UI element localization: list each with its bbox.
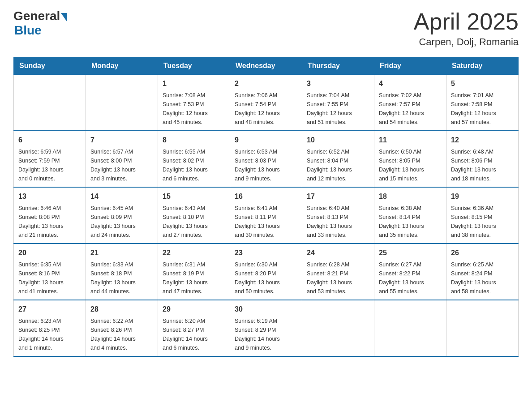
day-info-line: Sunset: 8:06 PM <box>451 156 514 165</box>
day-info-line: and 47 minutes. <box>163 287 225 296</box>
calendar-cell <box>14 75 86 131</box>
day-info-line: Sunrise: 6:30 AM <box>235 260 297 269</box>
day-info-line: and 15 minutes. <box>379 174 442 183</box>
day-number: 3 <box>307 78 369 89</box>
day-info-line: Sunrise: 7:08 AM <box>163 91 225 100</box>
calendar-table: SundayMondayTuesdayWednesdayThursdayFrid… <box>13 57 519 357</box>
day-info-line: Sunset: 8:03 PM <box>235 156 297 165</box>
day-info-line: Sunset: 8:20 PM <box>235 269 297 278</box>
day-info-line: Daylight: 13 hours <box>379 165 442 174</box>
day-info-line: Daylight: 12 hours <box>379 109 442 118</box>
day-info-line: Sunrise: 6:19 AM <box>235 317 297 325</box>
day-info-line: Sunrise: 6:53 AM <box>235 147 297 156</box>
day-number: 14 <box>90 191 153 202</box>
calendar-cell <box>302 300 374 356</box>
day-info-line: Daylight: 13 hours <box>451 222 514 231</box>
day-number: 12 <box>451 135 514 146</box>
day-of-week-header: Monday <box>86 57 158 75</box>
day-info-line: Sunrise: 6:55 AM <box>163 147 225 156</box>
day-info-line: Sunset: 8:18 PM <box>90 269 153 278</box>
day-info-line: Daylight: 13 hours <box>18 222 81 231</box>
day-info-line: Sunrise: 6:35 AM <box>18 260 81 269</box>
day-info-line: Sunrise: 6:46 AM <box>18 204 81 213</box>
day-info-line: Sunset: 8:14 PM <box>379 213 442 222</box>
calendar-cell: 8Sunrise: 6:55 AMSunset: 8:02 PMDaylight… <box>158 131 230 187</box>
day-info-line: Sunrise: 7:06 AM <box>235 91 297 100</box>
day-number: 23 <box>235 248 297 258</box>
day-of-week-header: Wednesday <box>230 57 302 75</box>
day-info-line: Sunrise: 6:59 AM <box>18 147 81 156</box>
calendar-cell: 18Sunrise: 6:38 AMSunset: 8:14 PMDayligh… <box>374 187 446 244</box>
calendar-week-row: 1Sunrise: 7:08 AMSunset: 7:53 PMDaylight… <box>14 75 519 131</box>
calendar-cell: 9Sunrise: 6:53 AMSunset: 8:03 PMDaylight… <box>230 131 302 187</box>
day-number: 17 <box>307 191 369 202</box>
day-info-line: Daylight: 12 hours <box>307 109 369 118</box>
day-info-line: Sunset: 8:15 PM <box>451 213 514 222</box>
day-number: 21 <box>90 248 153 258</box>
calendar-cell <box>86 75 158 131</box>
calendar-header-row: SundayMondayTuesdayWednesdayThursdayFrid… <box>14 57 519 75</box>
day-number: 7 <box>90 135 153 146</box>
day-number: 5 <box>451 78 514 89</box>
day-info-line: Sunset: 7:55 PM <box>307 100 369 109</box>
calendar-cell: 23Sunrise: 6:30 AMSunset: 8:20 PMDayligh… <box>230 244 302 300</box>
calendar-cell: 7Sunrise: 6:57 AMSunset: 8:00 PMDaylight… <box>86 131 158 187</box>
calendar-week-row: 13Sunrise: 6:46 AMSunset: 8:08 PMDayligh… <box>14 187 519 244</box>
calendar-week-row: 6Sunrise: 6:59 AMSunset: 7:59 PMDaylight… <box>14 131 519 187</box>
day-info-line: Daylight: 13 hours <box>451 165 514 174</box>
day-info-line: Sunset: 8:25 PM <box>18 325 81 334</box>
day-info-line: and 6 minutes. <box>163 343 225 352</box>
logo: General Blue <box>13 9 67 38</box>
day-info-line: Sunrise: 6:41 AM <box>235 204 297 213</box>
calendar-cell: 21Sunrise: 6:33 AMSunset: 8:18 PMDayligh… <box>86 244 158 300</box>
calendar-cell <box>446 300 519 356</box>
day-info-line: Daylight: 13 hours <box>379 278 442 287</box>
day-info-line: Daylight: 13 hours <box>163 278 225 287</box>
day-info-line: Sunrise: 6:50 AM <box>379 147 442 156</box>
day-info-line: Sunset: 8:29 PM <box>235 325 297 334</box>
day-info-line: Daylight: 13 hours <box>307 165 369 174</box>
calendar-cell: 12Sunrise: 6:48 AMSunset: 8:06 PMDayligh… <box>446 131 519 187</box>
calendar-cell: 22Sunrise: 6:31 AMSunset: 8:19 PMDayligh… <box>158 244 230 300</box>
day-info-line: Sunset: 8:19 PM <box>163 269 225 278</box>
day-info-line: Daylight: 13 hours <box>90 222 153 231</box>
day-info-line: Sunrise: 6:43 AM <box>163 204 225 213</box>
day-info-line: Sunset: 7:58 PM <box>451 100 514 109</box>
day-number: 27 <box>18 304 81 315</box>
day-info-line: Sunrise: 6:36 AM <box>451 204 514 213</box>
day-info-line: Sunrise: 6:48 AM <box>451 147 514 156</box>
day-info-line: and 51 minutes. <box>307 118 369 127</box>
day-info-line: and 18 minutes. <box>451 174 514 183</box>
day-info-line: Sunrise: 6:31 AM <box>163 260 225 269</box>
day-number: 8 <box>163 135 225 146</box>
day-info-line: Daylight: 12 hours <box>235 109 297 118</box>
day-number: 9 <box>235 135 297 146</box>
day-info-line: Sunset: 8:02 PM <box>163 156 225 165</box>
day-info-line: Sunset: 7:57 PM <box>379 100 442 109</box>
day-info-line: Daylight: 14 hours <box>163 334 225 343</box>
day-info-line: Sunset: 8:16 PM <box>18 269 81 278</box>
day-number: 20 <box>18 248 81 258</box>
day-number: 1 <box>163 78 225 89</box>
calendar-cell: 4Sunrise: 7:02 AMSunset: 7:57 PMDaylight… <box>374 75 446 131</box>
day-info-line: Sunset: 8:22 PM <box>379 269 442 278</box>
calendar-cell: 29Sunrise: 6:20 AMSunset: 8:27 PMDayligh… <box>158 300 230 356</box>
day-info-line: and 4 minutes. <box>90 343 153 352</box>
day-info-line: and 30 minutes. <box>235 231 297 240</box>
day-number: 22 <box>163 248 225 258</box>
calendar-cell: 17Sunrise: 6:40 AMSunset: 8:13 PMDayligh… <box>302 187 374 244</box>
day-info-line: Daylight: 13 hours <box>235 222 297 231</box>
day-info-line: Sunrise: 6:40 AM <box>307 204 369 213</box>
day-info-line: and 55 minutes. <box>379 287 442 296</box>
day-info-line: Daylight: 14 hours <box>235 334 297 343</box>
day-info-line: and 38 minutes. <box>451 231 514 240</box>
day-info-line: Sunset: 8:08 PM <box>18 213 81 222</box>
calendar-cell <box>374 300 446 356</box>
calendar-cell: 13Sunrise: 6:46 AMSunset: 8:08 PMDayligh… <box>14 187 86 244</box>
day-info-line: and 27 minutes. <box>163 231 225 240</box>
day-info-line: Sunrise: 6:27 AM <box>379 260 442 269</box>
title-block: April 2025 Carpen, Dolj, Romania <box>414 9 519 48</box>
day-info-line: Daylight: 13 hours <box>235 165 297 174</box>
day-info-line: and 58 minutes. <box>451 287 514 296</box>
day-info-line: Sunrise: 7:02 AM <box>379 91 442 100</box>
